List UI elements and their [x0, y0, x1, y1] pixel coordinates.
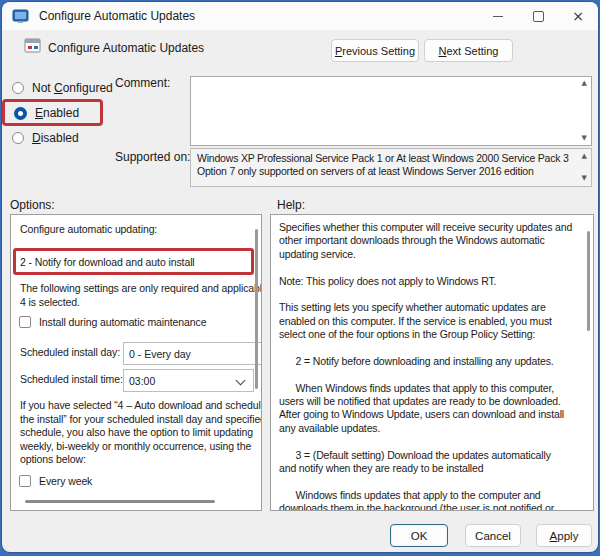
text-line	[279, 342, 579, 355]
text-line: weekly, bi-weekly or monthly occurrence,…	[20, 440, 262, 454]
maximize-icon	[533, 11, 544, 22]
text-line: The following settings are only required…	[20, 282, 262, 296]
next-setting-button[interactable]: Next Setting	[424, 39, 513, 62]
window-title: Configure Automatic Updates	[39, 9, 195, 23]
maximize-button[interactable]	[518, 2, 558, 30]
previous-setting-button[interactable]: Previous Setting	[331, 39, 419, 62]
options-panel: Configure automatic updating: 2 - Notify…	[10, 214, 262, 511]
help-vertical-scrollbar[interactable]	[587, 231, 590, 331]
radio-not-configured[interactable]: Not Configured	[12, 80, 113, 96]
text-line: the install” for your scheduled install …	[20, 413, 262, 427]
text-line: any available updates.	[279, 422, 579, 435]
dialog-window: Configure Automatic Updates × Configure …	[2, 2, 598, 552]
apply-button[interactable]: Apply	[536, 524, 592, 547]
options-note-text: The following settings are only required…	[20, 282, 262, 309]
text-line	[279, 368, 579, 381]
text-line: Windows XP Professional Service Pack 1 o…	[197, 152, 573, 165]
text-line	[279, 435, 579, 448]
radio-disabled-label: Disabled	[32, 131, 79, 145]
minimize-icon	[493, 16, 503, 17]
text-line: 4 is selected.	[20, 296, 262, 310]
supported-on-text: Windows XP Professional Service Pack 1 o…	[197, 152, 573, 178]
close-icon: ×	[572, 9, 584, 23]
text-line: other important downloads through the Wi…	[279, 234, 579, 247]
text-line	[279, 475, 579, 488]
setting-title: Configure Automatic Updates	[48, 41, 204, 55]
scroll-up-icon[interactable]: ▲	[582, 80, 587, 87]
options-label: Options:	[10, 198, 55, 212]
text-line: and notify when they are ready to be ins…	[279, 462, 579, 475]
text-line: 3 = (Default setting) Download the updat…	[279, 449, 579, 462]
help-panel: Specifies whether this computer will rec…	[270, 214, 594, 511]
comment-label: Comment:	[115, 76, 170, 90]
text-line: schedule, you also have the option to li…	[20, 426, 262, 440]
checkbox-icon	[19, 316, 31, 328]
text-line	[279, 261, 579, 274]
cancel-button[interactable]: Cancel	[465, 524, 521, 547]
text-line: If you have selected “4 – Auto download …	[20, 399, 262, 413]
options-paragraph-text: If you have selected “4 – Auto download …	[20, 399, 262, 467]
options-vertical-scrollbar[interactable]	[255, 229, 258, 389]
install-day-value: 0 - Every day	[129, 348, 191, 360]
install-time-dropdown[interactable]: 03:00	[123, 369, 254, 392]
text-line: downloads them in the background (the us…	[279, 502, 579, 510]
radio-icon	[12, 132, 24, 144]
supported-on-label: Supported on:	[115, 150, 190, 164]
maintenance-checkbox[interactable]: Install during automatic maintenance	[19, 316, 206, 328]
text-line	[279, 288, 579, 301]
configure-updating-label: Configure automatic updating:	[20, 223, 157, 235]
scroll-down-icon[interactable]: ▼	[582, 175, 587, 182]
text-line: Specifies whether this computer will rec…	[279, 221, 579, 234]
options-horizontal-scrollbar[interactable]	[25, 500, 215, 503]
ok-button[interactable]: OK	[390, 524, 448, 547]
close-button[interactable]: ×	[558, 2, 598, 30]
scroll-up-icon[interactable]: ▲	[582, 153, 587, 160]
enabled-highlight-box	[2, 99, 103, 126]
text-line: After going to Windows Update, users can…	[279, 408, 579, 421]
chevron-down-icon	[236, 376, 246, 386]
text-line: select one of the four options in the Gr…	[279, 328, 579, 341]
scroll-down-icon[interactable]: ▼	[582, 135, 587, 142]
help-text: Specifies whether this computer will rec…	[279, 221, 579, 510]
text-line: Windows finds updates that apply to the …	[279, 489, 579, 502]
text-line: options below:	[20, 453, 262, 467]
text-line: users will be notified that updates are …	[279, 395, 579, 408]
install-day-dropdown[interactable]: 0 - Every day	[123, 342, 262, 365]
configure-updating-value: 2 - Notify for download and auto install	[16, 256, 195, 268]
text-line: Option 7 only supported on servers of at…	[197, 165, 573, 178]
install-day-label: Scheduled install day:	[20, 346, 120, 358]
text-line: This setting lets you specify whether au…	[279, 301, 579, 314]
configure-updating-dropdown[interactable]: 2 - Notify for download and auto install	[13, 248, 254, 275]
supported-on-box: Windows XP Professional Service Pack 1 o…	[190, 148, 592, 187]
text-line: enabled on this computer. If the service…	[279, 315, 579, 328]
text-line: When Windows finds updates that apply to…	[279, 382, 579, 395]
install-time-value: 03:00	[129, 375, 155, 387]
radio-icon	[12, 82, 24, 94]
text-line: 2 = Notify before downloading and instal…	[279, 355, 579, 368]
install-time-label: Scheduled install time:	[20, 373, 123, 385]
every-week-checkbox-label: Every week	[39, 475, 92, 487]
minimize-button[interactable]	[478, 2, 518, 30]
maintenance-checkbox-label: Install during automatic maintenance	[39, 316, 206, 328]
radio-disabled[interactable]: Disabled	[12, 130, 79, 146]
radio-not-configured-label: Not Configured	[32, 81, 113, 95]
comment-input[interactable]: ▲ ▼	[190, 76, 592, 146]
every-week-checkbox[interactable]: Every week	[19, 475, 92, 487]
text-line: Note: This policy does not apply to Wind…	[279, 275, 579, 288]
help-label: Help:	[277, 198, 305, 212]
text-line: updating service.	[279, 248, 579, 261]
policy-setting-icon	[24, 38, 41, 53]
app-icon	[12, 9, 29, 24]
title-bar: Configure Automatic Updates ×	[2, 2, 598, 30]
checkbox-icon	[19, 475, 31, 487]
